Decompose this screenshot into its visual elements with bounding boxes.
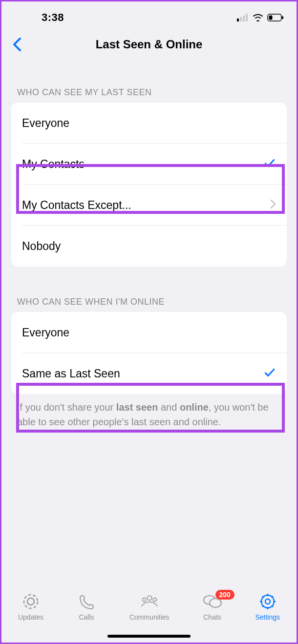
option-everyone[interactable]: Everyone: [11, 103, 287, 144]
home-indicator[interactable]: [107, 635, 191, 638]
option-label: My Contacts Except...: [22, 199, 131, 212]
cellular-icon: [237, 14, 249, 21]
tab-communities[interactable]: Communities: [129, 593, 170, 621]
wifi-icon: [253, 14, 263, 21]
option-my-contacts[interactable]: My Contacts: [11, 144, 287, 185]
chevron-right-icon: [270, 199, 276, 211]
option-label: Same as Last Seen: [22, 367, 120, 380]
checkmark-icon: [263, 366, 276, 381]
tab-label: Calls: [79, 613, 94, 621]
battery-icon: [267, 14, 284, 21]
tab-chats[interactable]: 200 Chats: [203, 593, 222, 621]
option-online-everyone[interactable]: Everyone: [11, 312, 287, 353]
tab-label: Chats: [203, 613, 221, 621]
tab-bar: Updates Calls Communities 200 Chats Se: [1, 584, 297, 643]
updates-icon: [21, 593, 41, 610]
option-my-contacts-except[interactable]: My Contacts Except...: [11, 185, 287, 226]
svg-rect-0: [237, 19, 239, 21]
gear-icon: [258, 593, 277, 610]
tab-settings[interactable]: Settings: [255, 593, 280, 621]
privacy-footer-text: If you don't share your last seen and on…: [17, 400, 281, 429]
svg-point-10: [142, 598, 146, 602]
communities-icon: [140, 593, 159, 610]
svg-rect-5: [269, 16, 273, 20]
options-group-online: Everyone Same as Last Seen: [11, 312, 287, 394]
section-header-online: WHO CAN SEE WHEN I'M ONLINE: [17, 297, 287, 307]
svg-rect-3: [246, 14, 248, 21]
tab-calls[interactable]: Calls: [77, 593, 96, 621]
status-icons: [237, 14, 284, 21]
option-same-as-last-seen[interactable]: Same as Last Seen: [11, 353, 287, 394]
svg-point-9: [147, 596, 151, 600]
svg-point-13: [210, 599, 221, 607]
tab-label: Settings: [255, 613, 280, 621]
tab-label: Updates: [18, 613, 43, 621]
page-title: Last Seen & Online: [96, 38, 203, 51]
section-header-lastseen: WHO CAN SEE MY LAST SEEN: [17, 87, 287, 98]
svg-point-15: [265, 599, 270, 604]
svg-rect-6: [282, 16, 283, 19]
tab-label: Communities: [129, 613, 170, 621]
option-label: Nobody: [22, 240, 61, 253]
svg-rect-1: [240, 17, 242, 21]
status-bar: 3:38: [1, 1, 297, 31]
checkmark-icon: [263, 157, 276, 171]
phone-icon: [77, 593, 96, 610]
status-time: 3:38: [42, 11, 64, 24]
chevron-left-icon: [12, 37, 22, 52]
back-button[interactable]: [7, 35, 27, 54]
nav-header: Last Seen & Online: [1, 31, 297, 58]
options-group-lastseen: Everyone My Contacts My Contacts Except.…: [11, 103, 287, 267]
svg-rect-2: [243, 16, 245, 21]
chats-badge: 200: [215, 590, 234, 600]
option-label: Everyone: [22, 326, 69, 339]
option-label: My Contacts: [22, 158, 85, 171]
svg-point-8: [27, 598, 34, 605]
tab-updates[interactable]: Updates: [18, 593, 43, 621]
option-nobody[interactable]: Nobody: [11, 226, 287, 267]
option-label: Everyone: [22, 117, 69, 130]
svg-point-11: [153, 598, 156, 602]
svg-point-7: [24, 595, 38, 608]
